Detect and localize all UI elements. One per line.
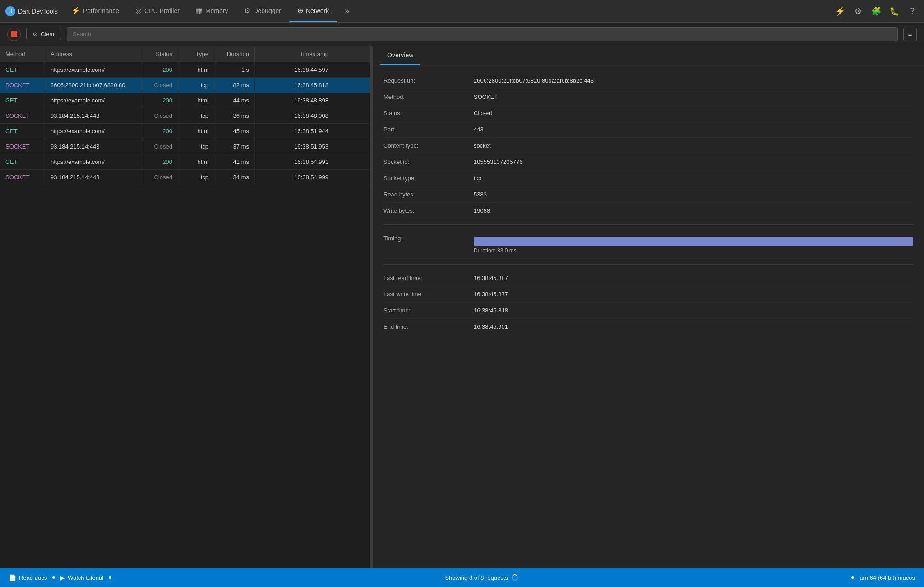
detail-row: Content type: socket xyxy=(383,138,913,154)
table-row[interactable]: GET https://example.com/ 200 html 44 ms … xyxy=(0,93,370,108)
platform-label: arm64 (64 bit) macos xyxy=(859,574,915,581)
watch-tutorial-label: Watch tutorial xyxy=(68,574,103,581)
cell-type: tcp xyxy=(178,170,214,185)
cell-method: SOCKET xyxy=(0,139,45,154)
col-timestamp: Timestamp xyxy=(255,46,334,62)
status-center: Showing 8 of 8 requests xyxy=(117,574,846,581)
lightning-button[interactable]: ⚡ xyxy=(832,3,848,19)
cell-method: GET xyxy=(0,62,45,77)
cell-timestamp: 16:38:48.898 xyxy=(255,93,334,108)
cell-address: https://example.com/ xyxy=(45,124,142,139)
cell-duration: 37 ms xyxy=(214,139,255,154)
help-button[interactable]: ? xyxy=(904,3,920,19)
filter-button[interactable]: ≡ xyxy=(903,28,917,41)
cell-method: SOCKET xyxy=(0,170,45,185)
table-row[interactable]: GET https://example.com/ 200 html 1 s 16… xyxy=(0,62,370,78)
detail-timing-row: Timing: Duration: 83.0 ms xyxy=(383,230,913,259)
detail-label: Write bytes: xyxy=(383,207,474,214)
settings-button[interactable]: ⚙ xyxy=(850,3,866,19)
tab-cpu-profiler[interactable]: ◎ CPU Profiler xyxy=(127,0,188,22)
col-type: Type xyxy=(178,46,214,62)
cell-type: html xyxy=(178,124,214,139)
tab-performance[interactable]: ⚡ Performance xyxy=(63,0,127,22)
app-logo: D Dart DevTools xyxy=(4,6,63,16)
cell-address: 93.184.215.14:443 xyxy=(45,108,142,123)
cell-address: https://example.com/ xyxy=(45,93,142,108)
tab-network[interactable]: ⊕ Network xyxy=(289,0,337,22)
tab-cpu-profiler-label: CPU Profiler xyxy=(144,7,180,14)
record-button[interactable] xyxy=(7,28,21,41)
tab-performance-label: Performance xyxy=(83,7,119,14)
cell-timestamp: 16:38:51.953 xyxy=(255,139,334,154)
detail-row: Socket id: 105553137205776 xyxy=(383,154,913,170)
dart-logo-icon: D xyxy=(5,6,15,16)
table-row[interactable]: SOCKET 93.184.215.14:443 Closed tcp 36 m… xyxy=(0,108,370,124)
table-row[interactable]: GET https://example.com/ 200 html 45 ms … xyxy=(0,124,370,139)
tab-memory-label: Memory xyxy=(205,7,228,14)
detail-label: Content type: xyxy=(383,142,474,149)
timing-value: Duration: 83.0 ms xyxy=(474,235,913,254)
nav-actions: ⚡ ⚙ 🧩 🐛 ? xyxy=(832,3,920,19)
detail-timing-field-row: Last write time: 16:38:45.877 xyxy=(383,286,913,303)
overview-tab-label: Overview xyxy=(387,51,413,59)
detail-divider-2 xyxy=(383,264,913,265)
detail-label: Read bytes: xyxy=(383,191,474,198)
cell-address: https://example.com/ xyxy=(45,154,142,169)
detail-timing-label: Last read time: xyxy=(383,275,474,281)
detail-label: Port: xyxy=(383,126,474,133)
tab-memory[interactable]: ▦ Memory xyxy=(188,0,236,22)
cell-duration: 82 ms xyxy=(214,78,255,93)
detail-timing-value: 16:38:45.877 xyxy=(474,291,913,298)
tab-debugger-label: Debugger xyxy=(253,7,281,14)
cell-address: 2606:2800:21f:cb07:6820:80 xyxy=(45,78,142,93)
table-row[interactable]: GET https://example.com/ 200 html 41 ms … xyxy=(0,154,370,170)
timing-duration: Duration: 83.0 ms xyxy=(474,247,913,254)
table-row[interactable]: SOCKET 93.184.215.14:443 Closed tcp 37 m… xyxy=(0,139,370,154)
cell-duration: 34 ms xyxy=(214,170,255,185)
search-input[interactable] xyxy=(67,27,898,41)
record-dot-icon xyxy=(11,31,17,37)
cell-method: GET xyxy=(0,124,45,139)
docs-icon: 📄 xyxy=(9,574,16,581)
cell-address: https://example.com/ xyxy=(45,62,142,77)
status-bar: 📄 Read docs ▶ Watch tutorial Showing 8 o… xyxy=(0,568,924,587)
cpu-profiler-icon: ◎ xyxy=(135,6,142,15)
detail-row: Status: Closed xyxy=(383,105,913,121)
performance-icon: ⚡ xyxy=(71,6,80,15)
cell-status: Closed xyxy=(142,108,178,123)
detail-value: tcp xyxy=(474,175,913,182)
cell-method: GET xyxy=(0,154,45,169)
detail-label: Request uri: xyxy=(383,77,474,84)
detail-timing-label: End time: xyxy=(383,323,474,330)
detail-value: 5383 xyxy=(474,191,913,198)
detail-timing-field-row: Start time: 16:38:45.818 xyxy=(383,303,913,319)
detail-tabs: Overview xyxy=(373,46,924,65)
table-row[interactable]: SOCKET 93.184.215.14:443 Closed tcp 34 m… xyxy=(0,170,370,185)
memory-icon: ▦ xyxy=(196,6,203,15)
detail-timing-value: 16:38:45.901 xyxy=(474,323,913,330)
read-docs-link[interactable]: 📄 Read docs xyxy=(9,574,47,581)
detail-row: Port: 443 xyxy=(383,121,913,138)
detail-panel: Overview Request uri: 2606:2800:21f:cb07… xyxy=(373,46,924,568)
cell-type: tcp xyxy=(178,108,214,123)
status-separator-2 xyxy=(109,576,111,579)
cell-status: 200 xyxy=(142,62,178,77)
tab-debugger[interactable]: ⚙ Debugger xyxy=(236,0,289,22)
detail-tab-overview[interactable]: Overview xyxy=(380,46,420,65)
table-row[interactable]: SOCKET 2606:2800:21f:cb07:6820:80 Closed… xyxy=(0,78,370,93)
more-tabs-button[interactable]: » xyxy=(339,3,355,19)
cell-type: tcp xyxy=(178,78,214,93)
status-separator-1 xyxy=(52,576,55,579)
extensions-button[interactable]: 🧩 xyxy=(868,3,884,19)
watch-tutorial-link[interactable]: ▶ Watch tutorial xyxy=(60,574,103,581)
cell-timestamp: 16:38:48.908 xyxy=(255,108,334,123)
debug-button[interactable]: 🐛 xyxy=(886,3,902,19)
clear-button[interactable]: ⊘ Clear xyxy=(26,28,61,40)
cell-timestamp: 16:38:54.999 xyxy=(255,170,334,185)
col-address: Address xyxy=(45,46,142,62)
detail-timing-label: Start time: xyxy=(383,307,474,314)
loading-spinner xyxy=(512,574,518,581)
detail-row: Request uri: 2606:2800:21f:cb07:6820:80d… xyxy=(383,73,913,89)
cell-type: html xyxy=(178,62,214,77)
clear-label: Clear xyxy=(41,31,55,37)
